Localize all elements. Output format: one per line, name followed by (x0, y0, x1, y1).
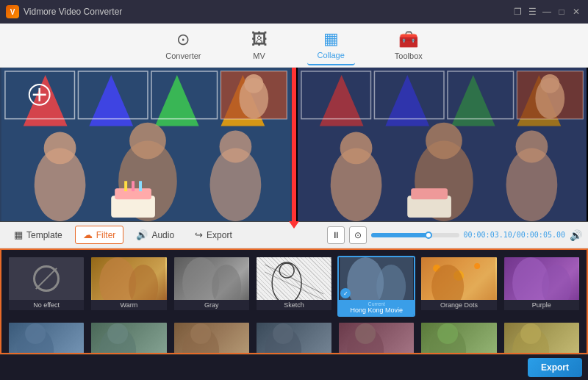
filter-thumb-purple (504, 257, 579, 300)
svg-rect-53 (257, 257, 331, 300)
filter-thumb-orange (421, 257, 496, 300)
svg-point-46 (540, 74, 559, 93)
filter-thumb-r2b (91, 323, 166, 354)
tab-export[interactable]: ↪ Export (187, 226, 240, 244)
template-label: Template (26, 230, 62, 240)
svg-point-80 (438, 323, 459, 344)
svg-point-33 (340, 132, 373, 165)
export-icon: ↪ (195, 229, 203, 240)
filter-label-sketch: Sketch (257, 300, 331, 310)
filter-label-gray: Gray (174, 300, 249, 310)
filter-r2-4[interactable] (255, 321, 333, 354)
playback-controls: ⏸ ⊙ 00:00:03.10/00:00:05.00 🔊 (327, 226, 582, 244)
nav-toolbox[interactable]: 🧰 Toolbox (384, 26, 433, 65)
filter-thumb-r2a (9, 323, 84, 354)
filter-hk-movie[interactable]: ✓ Current Hong Kong Movie (337, 256, 415, 317)
main-content: ▦ Template ☁ Filter 🔊 Audio ↪ Export ⏸ ⊙… (0, 68, 588, 380)
filter-thumb-no-effect (9, 257, 84, 300)
restore-icon-btn[interactable]: ❐ (512, 6, 523, 18)
svg-rect-15 (132, 181, 135, 191)
template-icon: ▦ (14, 229, 23, 240)
filter-thumb-hk: ✓ (339, 257, 414, 300)
export-area: Export (0, 354, 588, 380)
filter-thumb-warm (91, 257, 166, 300)
volume-icon[interactable]: 🔊 (570, 229, 582, 241)
tab-template[interactable]: ▦ Template (6, 226, 71, 244)
filter-icon: ☁ (83, 229, 93, 240)
filter-no-effect[interactable]: No effect (7, 256, 85, 317)
svg-rect-16 (139, 181, 142, 191)
filter-purple[interactable]: Purple (503, 256, 581, 317)
converter-icon: ⊙ (176, 30, 190, 49)
export-label: Export (207, 230, 232, 240)
filter-r2-2[interactable] (90, 321, 168, 354)
filter-label-warm: Warm (91, 300, 166, 310)
audio-icon: 🔊 (136, 229, 148, 240)
svg-point-70 (25, 323, 46, 344)
svg-point-78 (355, 323, 376, 344)
no-effect-line (35, 268, 57, 290)
svg-point-57 (279, 263, 294, 278)
filter-warm[interactable]: Warm (90, 256, 168, 317)
svg-point-9 (129, 123, 166, 159)
menu-icon-btn[interactable]: ☰ (526, 6, 538, 18)
filter-label-hk: Current Hong Kong Movie (339, 300, 414, 315)
maximize-button[interactable]: □ (556, 6, 567, 18)
filter-thumb-r2c (174, 323, 249, 354)
title-bar-controls: ❐ ☰ — □ ✕ (512, 6, 582, 18)
filter-label-orange: Orange Dots (421, 300, 496, 310)
filter-grid-row1: No effect Warm Gray (7, 256, 581, 317)
minimize-button[interactable]: — (541, 6, 553, 18)
tab-audio[interactable]: 🔊 Audio (128, 226, 182, 244)
filter-label-no-effect: No effect (9, 300, 84, 310)
app-logo: V (6, 5, 19, 18)
progress-fill (371, 233, 429, 237)
nav-collage[interactable]: ▦ Collage (307, 25, 355, 65)
filter-grid-row2 (7, 321, 581, 354)
app-title: Vidmore Video Converter (24, 7, 122, 17)
svg-point-74 (190, 323, 211, 344)
progress-bar[interactable] (371, 233, 459, 237)
filter-r2-5[interactable] (337, 321, 415, 354)
filter-panel: No effect Warm Gray (0, 248, 588, 354)
filter-r2-6[interactable] (420, 321, 498, 354)
svg-point-82 (520, 323, 541, 344)
filter-thumb-gray (174, 257, 249, 300)
filter-r2-7[interactable] (503, 321, 581, 354)
filter-thumb-r2e (339, 323, 414, 354)
export-button[interactable]: Export (528, 358, 582, 377)
mv-icon: 🖼 (251, 30, 268, 49)
svg-point-72 (107, 323, 128, 344)
filter-sketch[interactable]: Sketch (255, 256, 333, 317)
filter-orange-dots[interactable]: Orange Dots (420, 256, 498, 317)
audio-label: Audio (151, 230, 174, 240)
nav-converter[interactable]: ⊙ Converter (155, 26, 211, 65)
title-bar: V Vidmore Video Converter ❐ ☰ — □ ✕ (0, 0, 588, 24)
filter-label-purple: Purple (504, 300, 579, 310)
svg-rect-39 (411, 188, 448, 199)
nav-mv[interactable]: 🖼 MV (241, 26, 278, 65)
close-button[interactable]: ✕ (570, 6, 582, 18)
svg-point-37 (516, 131, 548, 163)
collage-label: Collage (318, 51, 345, 60)
svg-point-35 (426, 123, 462, 159)
svg-point-7 (44, 132, 76, 165)
time-display: 00:00:03.10/00:00:05.00 (464, 231, 565, 239)
nav-bar: ⊙ Converter 🖼 MV ▦ Collage 🧰 Toolbox (0, 24, 588, 68)
stop-button[interactable]: ⊙ (349, 226, 367, 244)
svg-rect-14 (124, 181, 127, 191)
filter-r2-1[interactable] (7, 321, 85, 354)
progress-thumb (425, 232, 432, 239)
pause-button[interactable]: ⏸ (327, 226, 345, 244)
filter-gray[interactable]: Gray (173, 256, 251, 317)
svg-point-64 (475, 263, 481, 269)
filter-thumb-r2g (504, 323, 579, 354)
svg-point-56 (272, 262, 301, 300)
svg-line-54 (265, 265, 323, 294)
video-area (0, 68, 588, 222)
no-effect-circle (33, 265, 60, 292)
svg-line-55 (265, 272, 323, 300)
tab-filter[interactable]: ☁ Filter (75, 226, 124, 244)
video-panel-left (0, 68, 292, 221)
filter-r2-3[interactable] (173, 321, 251, 354)
